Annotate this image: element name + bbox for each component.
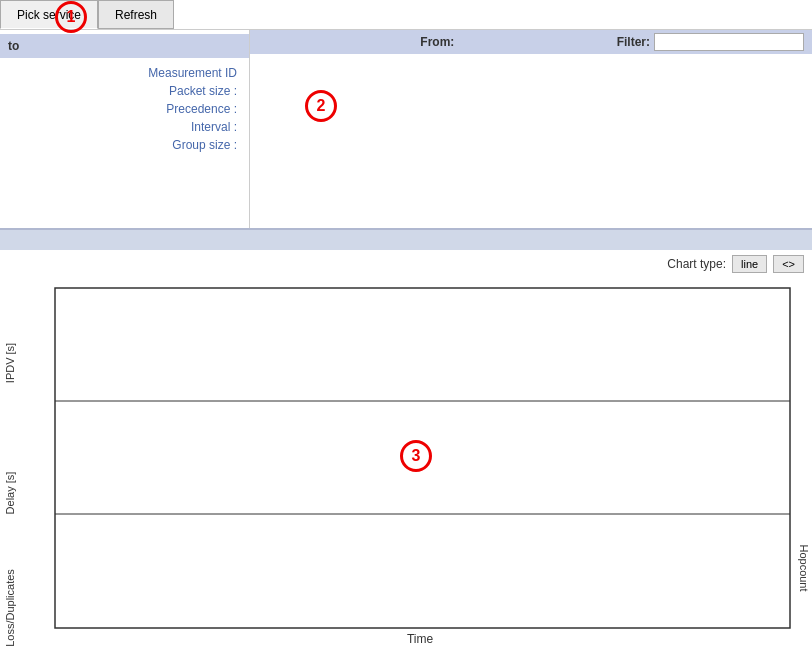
ipdv-axis-label: IPDV [s] [4, 343, 16, 383]
measurement-id-row: Measurement ID [0, 64, 249, 82]
filter-label: Filter: [617, 35, 650, 49]
chart-type-label: Chart type: [667, 257, 726, 271]
toolbar: Pick service Refresh [0, 0, 812, 30]
packet-size-label: Packet size : [169, 84, 237, 98]
chart-svg: IPDV [s] Delay [s] Loss/Duplicates Hopco… [0, 278, 812, 648]
right-panel-header: From: Filter: [250, 30, 812, 54]
precedence-label: Precedence : [166, 102, 237, 116]
lower-section: Chart type: line <> IPDV [s] Delay [s] L… [0, 250, 812, 665]
chart-toolbar: Chart type: line <> [0, 250, 812, 278]
from-label: From: [258, 35, 617, 49]
loss-axis-label: Loss/Duplicates [4, 569, 16, 647]
right-panel-content [250, 54, 812, 228]
filter-section: Filter: [617, 33, 804, 51]
group-size-label: Group size : [172, 138, 237, 152]
interval-row: Interval : [0, 118, 249, 136]
hopcount-axis-label: Hopcount [798, 544, 810, 591]
upper-panel: to Measurement ID Packet size : Preceden… [0, 30, 812, 230]
chart-border [55, 288, 790, 628]
separator-band [0, 230, 812, 250]
precedence-row: Precedence : [0, 100, 249, 118]
packet-size-row: Packet size : [0, 82, 249, 100]
right-panel: From: Filter: [250, 30, 812, 228]
refresh-button[interactable]: Refresh [98, 0, 174, 29]
group-size-row: Group size : [0, 136, 249, 154]
measurement-id-label: Measurement ID [148, 66, 237, 80]
to-label: to [8, 39, 19, 53]
filter-input[interactable] [654, 33, 804, 51]
fields-container: Measurement ID Packet size : Precedence … [0, 58, 249, 160]
chart-area: IPDV [s] Delay [s] Loss/Duplicates Hopco… [0, 278, 812, 665]
x-axis-label: Time [407, 632, 434, 646]
left-panel: to Measurement ID Packet size : Preceden… [0, 30, 250, 228]
delay-axis-label: Delay [s] [4, 472, 16, 515]
interval-label: Interval : [191, 120, 237, 134]
pick-service-button[interactable]: Pick service [0, 0, 98, 29]
left-panel-header: to [0, 34, 249, 58]
chart-type-line-button[interactable]: line [732, 255, 767, 273]
chart-expand-button[interactable]: <> [773, 255, 804, 273]
